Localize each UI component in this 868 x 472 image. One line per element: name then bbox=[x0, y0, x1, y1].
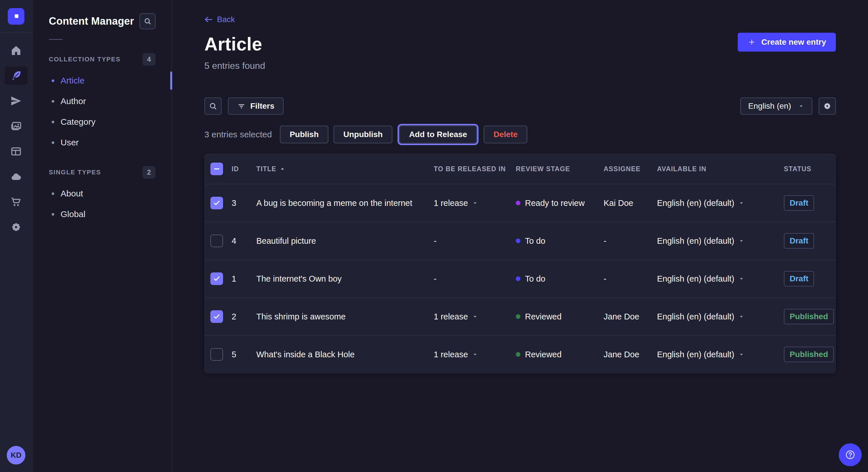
cell-status: Draft bbox=[784, 271, 830, 286]
sidebar-item-author[interactable]: Author bbox=[33, 91, 172, 111]
rail-item-marketplace[interactable] bbox=[5, 193, 28, 211]
cell-id: 5 bbox=[231, 350, 256, 359]
sidebar-item-article[interactable]: Article bbox=[33, 70, 172, 91]
column-header-title[interactable]: TITLE bbox=[256, 165, 434, 173]
column-header-assignee: ASSIGNEE bbox=[603, 165, 657, 173]
unpublish-button[interactable]: Unpublish bbox=[334, 126, 392, 143]
row-checkbox[interactable] bbox=[210, 272, 223, 285]
collection-types-count-badge: 4 bbox=[143, 53, 156, 66]
rail-item-content-type-builder[interactable] bbox=[5, 142, 28, 161]
release-value: 1 release bbox=[434, 198, 468, 208]
user-avatar[interactable]: KD bbox=[7, 446, 26, 465]
releases-icon bbox=[10, 95, 22, 107]
stage-dot-icon bbox=[516, 352, 520, 357]
content-manager-icon bbox=[10, 70, 22, 82]
cell-available-in[interactable]: English (en) (default) bbox=[657, 274, 784, 283]
column-label: ASSIGNEE bbox=[603, 165, 640, 173]
locale-value: English (en) bbox=[748, 102, 791, 111]
rail-item-home[interactable] bbox=[5, 41, 28, 60]
chevron-down-icon bbox=[738, 313, 745, 320]
stage-dot-icon bbox=[516, 201, 520, 205]
status-badge: Draft bbox=[784, 233, 814, 248]
help-button[interactable] bbox=[839, 443, 862, 466]
chevron-down-icon bbox=[738, 200, 745, 206]
sidebar-divider bbox=[49, 39, 63, 40]
column-label: AVAILABLE IN bbox=[657, 165, 706, 173]
cell-title: What's inside a Black Hole bbox=[256, 350, 434, 359]
table-row[interactable]: 1The internet's Own boy-To do-English (e… bbox=[205, 260, 836, 297]
cell-status: Published bbox=[784, 309, 834, 324]
sidebar-item-about[interactable]: About bbox=[33, 183, 172, 204]
chevron-down-icon bbox=[472, 313, 478, 320]
filters-label: Filters bbox=[250, 102, 274, 111]
back-link[interactable]: Back bbox=[205, 15, 235, 24]
sidebar-item-category[interactable]: Category bbox=[33, 111, 172, 132]
cell-to-be-released-in: - bbox=[434, 274, 516, 283]
cell-id: 2 bbox=[231, 312, 256, 322]
cell-review-stage: To do bbox=[516, 274, 603, 283]
search-button[interactable] bbox=[205, 98, 222, 115]
rail-item-settings[interactable] bbox=[5, 218, 28, 236]
sort-ascending-icon bbox=[279, 166, 286, 172]
media-library-icon bbox=[10, 120, 22, 132]
cell-available-in[interactable]: English (en) (default) bbox=[657, 236, 784, 246]
locale-label: English (en) (default) bbox=[657, 274, 734, 283]
rail-item-media-library[interactable] bbox=[5, 117, 28, 135]
select-all-checkbox[interactable] bbox=[210, 163, 223, 175]
sidebar-search-button[interactable] bbox=[140, 13, 156, 29]
column-label: TITLE bbox=[256, 165, 276, 173]
gear-icon bbox=[823, 102, 832, 111]
stage-dot-icon bbox=[516, 239, 520, 243]
column-header-review-stage: REVIEW STAGE bbox=[516, 165, 603, 173]
strapi-logo[interactable] bbox=[8, 8, 24, 25]
active-indicator bbox=[170, 71, 172, 90]
chevron-down-icon bbox=[472, 351, 478, 358]
delete-button[interactable]: Delete bbox=[484, 126, 527, 143]
cell-title: Beautiful picture bbox=[256, 236, 434, 246]
cell-available-in[interactable]: English (en) (default) bbox=[657, 350, 784, 359]
locale-label: English (en) (default) bbox=[657, 198, 734, 208]
rail-item-deploy[interactable] bbox=[5, 167, 28, 186]
table-row[interactable]: 5What's inside a Black Hole1 releaseRevi… bbox=[205, 335, 836, 373]
row-checkbox[interactable] bbox=[210, 235, 223, 247]
content-manager-sidebar: Content Manager COLLECTION TYPES 4 Artic… bbox=[33, 0, 172, 472]
table-row[interactable]: 3A bug is becoming a meme on the interne… bbox=[205, 184, 836, 222]
rail-nav-items bbox=[5, 33, 28, 236]
cell-available-in[interactable]: English (en) (default) bbox=[657, 312, 784, 322]
single-types-list: AboutGlobal bbox=[33, 183, 172, 225]
table-row[interactable]: 4Beautiful picture-To do-English (en) (d… bbox=[205, 222, 836, 260]
logo-container bbox=[0, 0, 32, 33]
deploy-icon bbox=[10, 171, 22, 183]
cell-available-in[interactable]: English (en) (default) bbox=[657, 198, 784, 208]
nav-item-label: About bbox=[61, 189, 83, 198]
settings-icon bbox=[10, 221, 22, 233]
filter-icon bbox=[237, 102, 246, 110]
add-to-release-button[interactable]: Add to Release bbox=[399, 126, 477, 143]
rail-item-releases[interactable] bbox=[5, 92, 28, 110]
release-value: 1 release bbox=[434, 312, 468, 322]
view-settings-button[interactable] bbox=[818, 98, 836, 115]
sidebar-item-user[interactable]: User bbox=[33, 132, 172, 153]
bullet-icon bbox=[52, 141, 54, 144]
cell-id: 1 bbox=[231, 274, 256, 283]
collection-types-list: ArticleAuthorCategoryUser bbox=[33, 70, 172, 153]
cell-to-be-released-in[interactable]: 1 release bbox=[434, 350, 516, 359]
stage-dot-icon bbox=[516, 314, 520, 319]
row-checkbox[interactable] bbox=[210, 310, 223, 323]
locale-select[interactable]: English (en) bbox=[740, 98, 812, 115]
filters-button[interactable]: Filters bbox=[228, 98, 284, 115]
rail-item-content-manager[interactable] bbox=[5, 67, 28, 85]
cell-id: 3 bbox=[231, 198, 256, 208]
row-checkbox[interactable] bbox=[210, 348, 223, 361]
bullet-icon bbox=[52, 79, 54, 82]
question-mark-icon bbox=[844, 449, 856, 461]
cell-to-be-released-in[interactable]: 1 release bbox=[434, 198, 516, 208]
table-row[interactable]: 2This shrimp is awesome1 releaseReviewed… bbox=[205, 297, 836, 335]
chevron-down-icon bbox=[738, 238, 745, 244]
create-new-entry-button[interactable]: Create new entry bbox=[738, 33, 836, 52]
cell-to-be-released-in[interactable]: 1 release bbox=[434, 312, 516, 322]
sidebar-item-global[interactable]: Global bbox=[33, 204, 172, 225]
chevron-down-icon bbox=[798, 103, 804, 109]
publish-button[interactable]: Publish bbox=[280, 126, 329, 143]
row-checkbox[interactable] bbox=[210, 197, 223, 209]
